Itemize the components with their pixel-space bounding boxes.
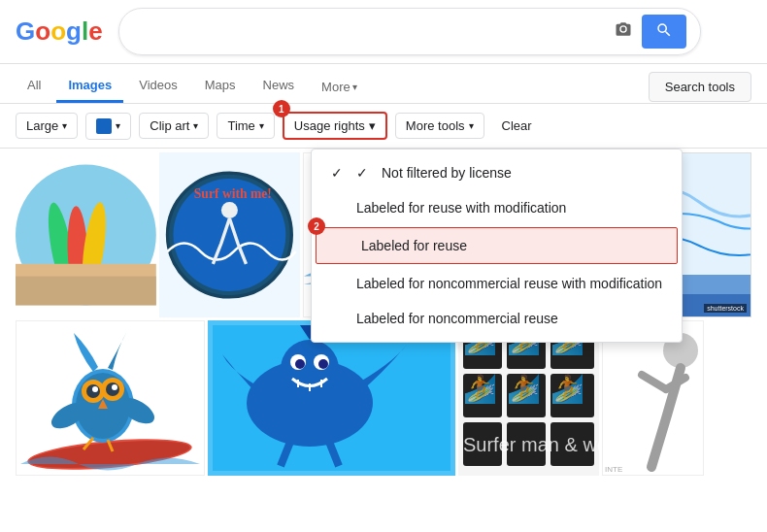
- search-input[interactable]: surfing: [133, 23, 615, 41]
- svg-point-37: [295, 359, 305, 369]
- svg-text:🏄: 🏄: [550, 373, 584, 405]
- size-filter[interactable]: Large ▾: [16, 113, 78, 139]
- silhouettes-image: 🏄 🏄 🏄 🏄 🏄 🏄 Surfer man & women: [458, 320, 599, 476]
- shutterstock-badge: shutterstock: [704, 304, 747, 313]
- logo-g2: g: [66, 17, 82, 47]
- svg-text:🏄: 🏄: [463, 373, 497, 405]
- dropdown-item-reuse-modification[interactable]: Labeled for reuse with modification: [312, 190, 682, 225]
- nav-videos[interactable]: Videos: [127, 70, 189, 103]
- type-label: Clip art: [150, 118, 189, 133]
- color-swatch: [96, 118, 112, 134]
- image-row-2: 🏄 🏄 🏄 🏄 🏄 🏄 Surfer man & women INTE: [16, 320, 751, 476]
- chevron-down-icon: ▾: [469, 120, 474, 131]
- logo-g: G: [16, 17, 35, 47]
- more-tools-label: More tools: [406, 118, 465, 133]
- logo-l: l: [82, 17, 88, 47]
- nav-bar: All Images Videos Maps News More ▾ Searc…: [0, 64, 767, 104]
- search-bar[interactable]: surfing: [118, 8, 701, 55]
- svg-text:🏄: 🏄: [507, 373, 541, 405]
- usage-rights-dropdown: ✓ Not filtered by license Labeled for re…: [311, 149, 683, 343]
- search-icons: [615, 15, 686, 49]
- chevron-down-icon: ▾: [116, 120, 120, 131]
- nav-images[interactable]: Images: [56, 70, 123, 103]
- image-cell-9[interactable]: INTE: [602, 320, 704, 476]
- nav-news[interactable]: News: [251, 70, 307, 103]
- nav-all[interactable]: All: [16, 70, 52, 103]
- white-surfer-image: INTE: [603, 321, 704, 476]
- svg-point-8: [221, 202, 238, 218]
- svg-text:Surf with me!: Surf with me!: [194, 186, 272, 201]
- nav-more[interactable]: More ▾: [310, 72, 369, 102]
- type-filter[interactable]: Clip art ▾: [139, 113, 209, 139]
- time-label: Time: [227, 118, 254, 133]
- camera-icon[interactable]: [615, 20, 632, 43]
- svg-text:Surfer man & women: Surfer man & women: [463, 434, 599, 455]
- owl-image: [20, 323, 200, 474]
- usage-rights-filter[interactable]: Usage rights ▾: [283, 112, 387, 140]
- dropdown-item-noncommercial-modification[interactable]: Labeled for noncommercial reuse with mod…: [312, 266, 682, 301]
- clear-button[interactable]: Clear: [492, 114, 542, 138]
- time-filter[interactable]: Time ▾: [217, 113, 274, 139]
- usage-rights-label: Usage rights: [294, 118, 365, 133]
- surf-text-image: Surf with me!: [159, 157, 300, 313]
- image-cell-8[interactable]: 🏄 🏄 🏄 🏄 🏄 🏄 Surfer man & women: [458, 320, 599, 476]
- chevron-down-icon: ▾: [369, 118, 376, 133]
- surfboards-image: [16, 152, 156, 317]
- filters-bar: Large ▾ ▾ Clip art ▾ Time ▾ 1 Usage righ…: [0, 104, 767, 149]
- usage-rights-wrapper: 1 Usage rights ▾: [283, 112, 387, 140]
- logo-o2: o: [50, 17, 66, 47]
- more-tools-filter[interactable]: More tools ▾: [395, 113, 484, 139]
- dropdown-item-reuse[interactable]: Labeled for reuse: [316, 227, 678, 264]
- google-logo: G o o g l e: [16, 17, 103, 47]
- logo-o1: o: [35, 17, 50, 47]
- svg-text:INTE: INTE: [605, 465, 622, 474]
- chevron-down-icon: ▾: [352, 82, 357, 92]
- step1-badge: 1: [273, 100, 290, 117]
- monster-image: [213, 325, 450, 471]
- image-cell[interactable]: [16, 152, 156, 317]
- svg-rect-5: [16, 277, 156, 306]
- search-button[interactable]: [642, 15, 686, 49]
- size-label: Large: [26, 118, 58, 133]
- checkmark-icon: ✓: [356, 165, 372, 181]
- nav-maps[interactable]: Maps: [193, 70, 248, 103]
- chevron-down-icon: ▾: [193, 120, 198, 131]
- svg-point-38: [318, 359, 328, 369]
- image-cell-6[interactable]: [16, 320, 205, 476]
- header: G o o g l e surfing: [0, 0, 767, 64]
- image-cell-7[interactable]: [208, 320, 455, 476]
- chevron-down-icon: ▾: [259, 120, 264, 131]
- chevron-down-icon: ▾: [62, 120, 67, 131]
- logo-e: e: [88, 17, 102, 47]
- color-filter[interactable]: ▾: [85, 113, 131, 140]
- svg-point-25: [92, 386, 98, 392]
- svg-point-26: [112, 384, 117, 390]
- step2-badge: 2: [308, 217, 325, 235]
- dropdown-item-reuse-wrapper: 2 Labeled for reuse: [316, 227, 678, 264]
- search-tools-button[interactable]: Search tools: [649, 72, 751, 102]
- image-cell-2[interactable]: Surf with me!: [159, 152, 300, 317]
- dropdown-item-not-filtered[interactable]: ✓ Not filtered by license: [312, 155, 682, 190]
- dropdown-item-noncommercial[interactable]: Labeled for noncommercial reuse: [312, 301, 682, 336]
